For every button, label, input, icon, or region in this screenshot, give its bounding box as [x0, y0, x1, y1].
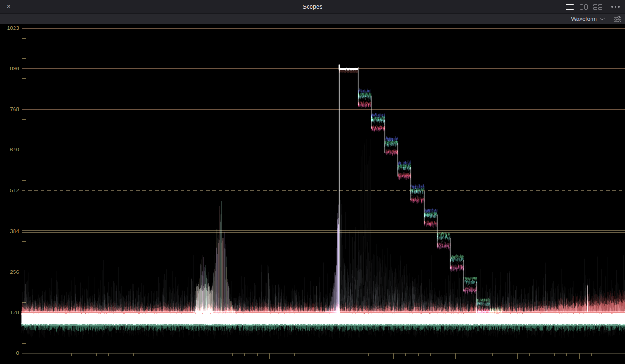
scope-type-dropdown[interactable]: Waveform	[567, 14, 608, 24]
more-menu-icon[interactable]	[610, 4, 621, 10]
scopes-window: ✕ Scopes Waveform	[0, 0, 625, 364]
close-button[interactable]: ✕	[2, 0, 15, 14]
single-view-rect	[566, 4, 574, 10]
waveform-scope: 10238967686405123842561280	[0, 24, 625, 364]
single-view-layout-icon[interactable]	[565, 2, 575, 11]
chevron-down-icon	[600, 16, 605, 20]
dual-view-layout-icon[interactable]	[579, 2, 589, 11]
sliders-icon	[613, 16, 622, 22]
waveform-trace	[0, 24, 625, 364]
window-title: Scopes	[0, 3, 625, 10]
titlebar: ✕ Scopes	[0, 0, 625, 14]
scope-type-label: Waveform	[571, 16, 597, 22]
titlebar-actions	[565, 0, 621, 14]
quad-view-layout-icon[interactable]	[592, 2, 603, 11]
scope-settings-button[interactable]	[610, 14, 625, 24]
scope-toolbar: Waveform	[0, 14, 625, 24]
